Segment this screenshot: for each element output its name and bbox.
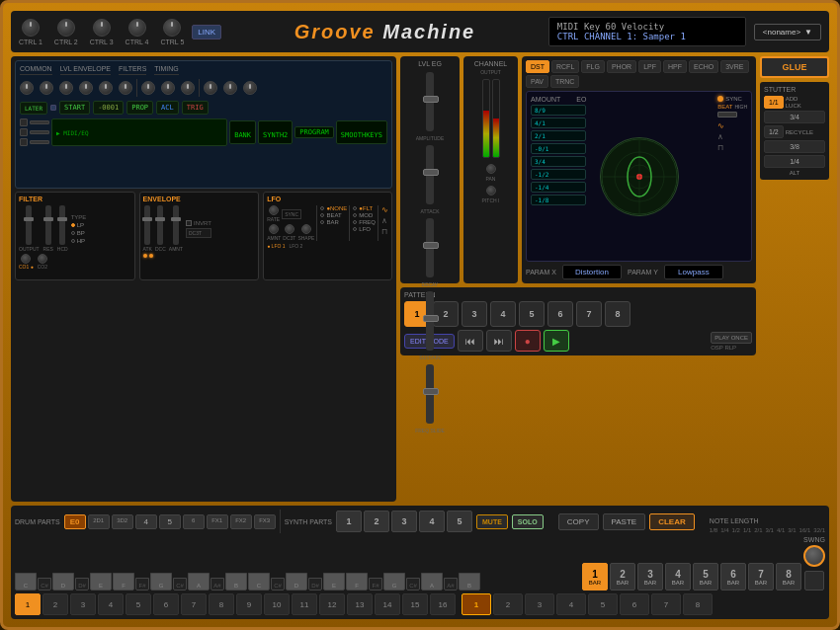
flt-radio[interactable]: ●FLT bbox=[353, 205, 376, 211]
drum-pad-fx2[interactable]: FX2 bbox=[230, 514, 252, 529]
drum-pad-4[interactable]: 4 bbox=[135, 514, 157, 529]
fx-tab-rcfl[interactable]: RCFL bbox=[551, 60, 579, 73]
link-button[interactable]: LINK bbox=[192, 25, 221, 39]
pat-btn-8[interactable]: 8 bbox=[605, 301, 630, 327]
step-bar-3[interactable]: 3 bbox=[525, 593, 554, 615]
eo-wave-3[interactable]: ⊓ bbox=[717, 143, 747, 152]
step-bar-8[interactable]: 8 bbox=[683, 593, 713, 615]
fx-tab-dst[interactable]: DST bbox=[526, 60, 549, 73]
drum-pad-3d2[interactable]: 3D2 bbox=[112, 514, 133, 529]
bar-8[interactable]: 8 BAR bbox=[776, 563, 801, 591]
swng-extra-btn[interactable] bbox=[804, 571, 824, 591]
key-b2[interactable]: B bbox=[459, 573, 480, 591]
beat-radio[interactable]: BEAT bbox=[320, 212, 347, 218]
step-9[interactable]: 9 bbox=[236, 593, 262, 615]
fforward-btn[interactable]: ⏭ bbox=[486, 330, 512, 352]
key-ds2[interactable]: D# bbox=[308, 578, 322, 591]
key-cs2[interactable]: C# bbox=[271, 578, 285, 591]
ctrl-1-knob[interactable] bbox=[22, 19, 40, 37]
hp-radio[interactable]: HP bbox=[71, 238, 87, 244]
drum-pad-5[interactable]: 5 bbox=[159, 514, 181, 529]
lp-radio[interactable]: LP bbox=[71, 222, 87, 228]
key-as2[interactable]: A# bbox=[444, 578, 458, 591]
step-bar-1[interactable]: 1 bbox=[462, 593, 491, 615]
knob-muzz[interactable] bbox=[161, 81, 175, 95]
step-12[interactable]: 12 bbox=[319, 593, 345, 615]
ctrl-5-knob[interactable] bbox=[163, 19, 181, 37]
step-7[interactable]: 7 bbox=[181, 593, 207, 615]
step-16[interactable]: 16 bbox=[430, 593, 456, 615]
bar-3[interactable]: 3 BAR bbox=[637, 563, 663, 591]
bank-btn[interactable]: BANK bbox=[229, 120, 256, 144]
step-bar-7[interactable]: 7 bbox=[651, 593, 681, 615]
key-a[interactable]: A bbox=[188, 573, 210, 591]
key-e[interactable]: E bbox=[90, 573, 112, 591]
clear-button[interactable]: CLEAR bbox=[649, 513, 695, 530]
speed-slider[interactable] bbox=[717, 112, 737, 118]
time-3-4[interactable]: 3/4 bbox=[764, 111, 825, 123]
param-x-value[interactable]: Distortion bbox=[562, 265, 622, 279]
env-amnt-slider[interactable] bbox=[173, 205, 179, 245]
lfo-shape-knob[interactable] bbox=[301, 224, 311, 234]
layer-3-btn[interactable] bbox=[20, 138, 28, 146]
glue-button[interactable]: GLUE bbox=[760, 56, 829, 78]
key-fs[interactable]: F# bbox=[135, 578, 149, 591]
none-radio[interactable]: ●NONE bbox=[320, 205, 347, 211]
knob-t3[interactable] bbox=[243, 81, 257, 95]
attack-eg-slider[interactable] bbox=[426, 145, 434, 204]
step-bar-4[interactable]: 4 bbox=[556, 593, 586, 615]
copy-button[interactable]: COPY bbox=[558, 513, 599, 530]
pat-btn-3[interactable]: 3 bbox=[462, 301, 487, 327]
knob-t1[interactable] bbox=[204, 81, 217, 95]
pat-btn-5[interactable]: 5 bbox=[519, 301, 545, 327]
param-y-value[interactable]: Lowpass bbox=[664, 265, 723, 279]
synth-pad-4[interactable]: 4 bbox=[419, 511, 445, 532]
key-g2[interactable]: C# bbox=[173, 578, 187, 591]
mute-button[interactable]: MUTE bbox=[476, 514, 508, 529]
play-once-btn[interactable]: PLAY ONCE bbox=[711, 332, 752, 344]
time-1-4[interactable]: 1/4 bbox=[764, 155, 825, 168]
step-5[interactable]: 5 bbox=[126, 593, 151, 615]
bar-2[interactable]: 2 BAR bbox=[610, 563, 635, 591]
fx-tab-phor[interactable]: PHOR bbox=[607, 60, 636, 73]
drum-pad-6[interactable]: 6 bbox=[183, 514, 205, 529]
freq-slide-slider[interactable] bbox=[426, 364, 434, 424]
drum-pad-fx1[interactable]: FX1 bbox=[207, 514, 228, 529]
key-a2[interactable]: A bbox=[421, 573, 443, 591]
key-g2b[interactable]: G bbox=[383, 573, 405, 591]
key-ds[interactable]: D# bbox=[75, 578, 89, 591]
step-1[interactable]: 1 bbox=[15, 593, 41, 615]
pat-btn-6[interactable]: 6 bbox=[547, 301, 573, 327]
fx-tab-pav[interactable]: PAV bbox=[526, 75, 548, 88]
knob-pitch[interactable] bbox=[59, 81, 73, 95]
step-bar-6[interactable]: 6 bbox=[620, 593, 649, 615]
knob-1v1[interactable] bbox=[20, 81, 34, 95]
swng-knob[interactable] bbox=[803, 545, 825, 567]
layer-1-btn[interactable] bbox=[20, 118, 28, 126]
invrt-check[interactable]: INVRT bbox=[186, 220, 211, 226]
step-11[interactable]: 11 bbox=[292, 593, 317, 615]
bar-radio[interactable]: BAR bbox=[320, 219, 347, 225]
wave-2[interactable]: ∧ bbox=[381, 216, 388, 225]
preset-button[interactable]: <noname> ▼ bbox=[754, 24, 821, 40]
knob-dcm[interactable] bbox=[141, 81, 155, 95]
knob-rps[interactable] bbox=[181, 81, 195, 95]
knob-t2[interactable] bbox=[223, 81, 237, 95]
lfo-rate-knob[interactable] bbox=[269, 205, 279, 215]
synth-pad-2[interactable]: 2 bbox=[364, 511, 389, 532]
knob-pan[interactable] bbox=[40, 81, 53, 95]
pitch-ch-knob[interactable] bbox=[486, 186, 496, 196]
bar-1[interactable]: 1 BAR bbox=[582, 563, 608, 591]
step-6[interactable]: 6 bbox=[153, 593, 179, 615]
wave-1[interactable]: ∿ bbox=[381, 205, 388, 214]
time-1-1[interactable]: 1/1 bbox=[764, 96, 784, 109]
key-d2[interactable]: D bbox=[286, 573, 307, 591]
synth-pad-1[interactable]: 1 bbox=[336, 511, 362, 532]
synth2-btn[interactable]: SYNTH2 bbox=[258, 120, 293, 144]
ctrl-3-knob[interactable] bbox=[93, 19, 111, 37]
fx-tab-echo[interactable]: ECHO bbox=[689, 60, 718, 73]
amplitude-slider[interactable] bbox=[426, 72, 434, 131]
step-4[interactable]: 4 bbox=[98, 593, 124, 615]
key-cs[interactable]: C# bbox=[38, 578, 51, 591]
step-10[interactable]: 10 bbox=[264, 593, 290, 615]
